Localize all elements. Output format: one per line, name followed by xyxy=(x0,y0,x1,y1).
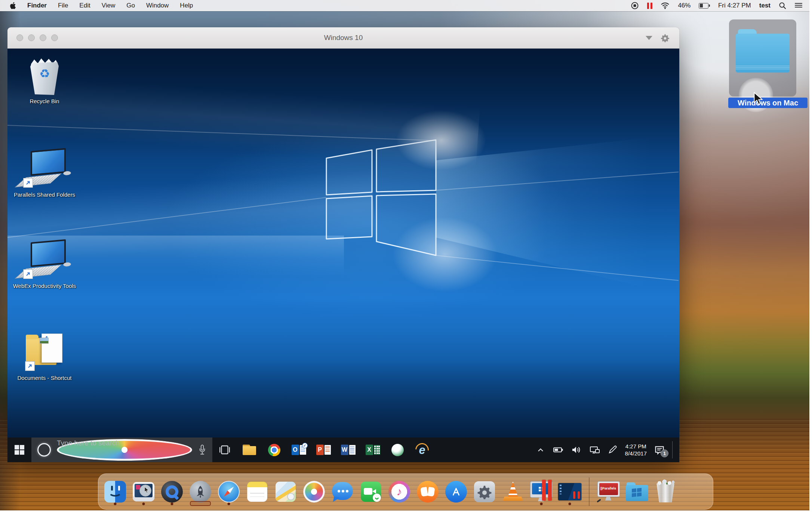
dock-item-system-preferences[interactable] xyxy=(473,479,496,504)
windows-taskbar: Type here to search O ✓ xyxy=(7,438,679,462)
user-menu[interactable]: test xyxy=(759,2,771,9)
shortcut-arrow-badge xyxy=(23,269,33,279)
dock-item-notes[interactable] xyxy=(246,479,269,504)
safari-icon xyxy=(218,481,240,503)
word-button[interactable]: W xyxy=(336,438,360,462)
battery-percent: 46% xyxy=(678,2,690,9)
screen-recording-icon[interactable] xyxy=(631,1,639,10)
dock-item-facetime[interactable] xyxy=(359,479,382,504)
screen-capture-icon xyxy=(133,482,154,501)
windows-on-mac-folder[interactable] xyxy=(736,29,790,73)
dock-item-safari[interactable] xyxy=(217,479,240,504)
minimize-button[interactable] xyxy=(28,34,35,41)
desktop-icon-parallels-shared-folders[interactable]: Parallels Shared Folders xyxy=(13,148,76,198)
tray-pen-icon[interactable] xyxy=(608,445,618,455)
dock-item-windows-vm-screen[interactable] xyxy=(558,479,581,504)
app-store-icon xyxy=(445,481,467,503)
tray-clock[interactable]: 4:27 PM 8/4/2017 xyxy=(625,443,647,457)
dock-item-messages[interactable] xyxy=(331,479,354,504)
desktop-icon-recycle-bin[interactable]: ♻ Recycle Bin xyxy=(13,55,76,105)
apple-menu-icon[interactable] xyxy=(9,1,16,10)
dock-item-app-store[interactable] xyxy=(445,479,468,504)
gear-icon[interactable] xyxy=(661,33,670,42)
shared-folders-icon xyxy=(22,150,67,188)
tray-battery-icon[interactable] xyxy=(553,445,564,455)
dock-item-screen-capture[interactable] xyxy=(132,479,155,504)
tray-time: 4:27 PM xyxy=(625,443,647,450)
notification-center-icon[interactable] xyxy=(794,2,803,9)
dock-item-itunes[interactable]: ♪ xyxy=(388,479,411,504)
traffic-light-buttons xyxy=(16,34,58,41)
dock-item-launchpad[interactable] xyxy=(189,479,212,504)
desktop-icon-documents-shortcut[interactable]: A Documents - Shortcut xyxy=(13,331,76,381)
windows-desktop[interactable]: ♻ Recycle Bin Parallels Shared Folders W… xyxy=(7,49,679,438)
windows-folder-icon xyxy=(626,482,648,501)
menu-edit[interactable]: Edit xyxy=(79,2,90,9)
file-explorer-button[interactable] xyxy=(237,438,262,462)
wifi-icon[interactable] xyxy=(661,2,670,9)
messages-icon xyxy=(332,482,353,500)
spotlight-search-icon[interactable] xyxy=(779,2,786,9)
fullscreen-button[interactable] xyxy=(51,34,58,41)
screen: Finder File Edit View Go Window Help 46%… xyxy=(0,0,809,510)
close-button[interactable] xyxy=(16,34,23,41)
desktop-icon-webex-productivity-tools[interactable]: WebEx Productivity Tools xyxy=(13,239,76,289)
maps-icon xyxy=(276,482,296,502)
documents-folder-icon: A xyxy=(24,334,65,372)
powerpoint-button[interactable]: P xyxy=(311,438,336,462)
parallels-vm-icon xyxy=(530,481,553,502)
microphone-icon[interactable] xyxy=(198,444,206,455)
active-app-name[interactable]: Finder xyxy=(27,2,47,9)
internet-explorer-button[interactable]: e xyxy=(410,438,434,462)
parallels-status-icon[interactable] xyxy=(647,3,652,9)
itunes-icon: ♪ xyxy=(388,481,410,503)
search-placeholder: Type here to search xyxy=(57,439,192,461)
parallels-pause-bars xyxy=(542,480,552,501)
excel-button[interactable]: X xyxy=(360,438,385,462)
show-desktop-button[interactable] xyxy=(672,441,676,458)
recycle-bin-icon: ♻ xyxy=(30,58,59,95)
dock-item-parallels-vm[interactable] xyxy=(530,479,553,504)
dock-item-vlc[interactable] xyxy=(501,479,525,504)
dock-item-finder[interactable] xyxy=(104,479,127,504)
folder-label[interactable]: Windows on Mac xyxy=(728,98,808,108)
action-center-icon[interactable]: 1 xyxy=(654,445,665,455)
menu-go[interactable]: Go xyxy=(126,2,135,9)
menu-help[interactable]: Help xyxy=(180,2,193,9)
dock-item-maps[interactable] xyxy=(274,479,297,504)
excel-icon: X xyxy=(366,445,380,455)
battery-icon[interactable] xyxy=(699,3,710,9)
dock-item-windows-folder[interactable] xyxy=(625,479,649,504)
dock-item-trash[interactable] xyxy=(654,479,677,504)
tray-volume-icon[interactable] xyxy=(571,445,582,455)
tray-network-icon[interactable] xyxy=(589,445,600,455)
dock-item-quicktime[interactable] xyxy=(160,479,184,504)
outlook-button[interactable]: O ✓ xyxy=(286,438,311,462)
menu-window[interactable]: Window xyxy=(146,2,169,9)
word-icon: W xyxy=(341,445,356,455)
dock-item-ibooks[interactable] xyxy=(416,479,439,504)
dock-item-parallels-installer[interactable]: ||Parallels xyxy=(597,479,620,504)
vlc-icon xyxy=(502,481,524,503)
menu-view[interactable]: View xyxy=(102,2,116,9)
desktop-icon-label: Documents - Shortcut xyxy=(13,375,76,381)
webex-button[interactable] xyxy=(385,438,410,462)
start-button[interactable] xyxy=(7,438,31,462)
tray-date: 8/4/2017 xyxy=(625,450,647,457)
task-view-button[interactable] xyxy=(212,438,237,462)
mouse-cursor xyxy=(753,92,765,105)
menu-file[interactable]: File xyxy=(58,2,68,9)
powerpoint-icon: P xyxy=(316,445,331,455)
window-title-bar[interactable]: Windows 10 xyxy=(7,27,679,49)
dock-item-photos[interactable] xyxy=(302,479,326,504)
window-title: Windows 10 xyxy=(7,34,679,42)
shortcut-arrow-badge xyxy=(25,361,35,371)
tray-chevron-icon[interactable] xyxy=(536,445,545,455)
notes-icon xyxy=(247,482,267,502)
zoom-button[interactable] xyxy=(40,34,46,41)
chevron-down-icon[interactable] xyxy=(646,36,652,40)
taskbar-search-box[interactable]: Type here to search xyxy=(31,438,212,462)
chrome-button[interactable] xyxy=(262,438,286,462)
menu-bar-clock[interactable]: Fri 4:27 PM xyxy=(718,2,751,9)
shortcut-arrow-badge xyxy=(23,178,33,188)
